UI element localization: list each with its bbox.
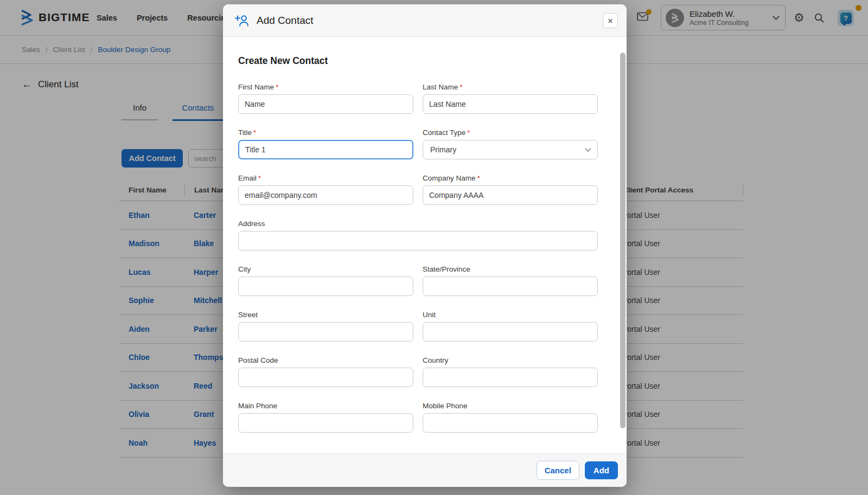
required-marker: * [276,83,278,91]
required-marker: * [459,83,462,91]
modal-header: Add Contact × [223,4,627,37]
field-unit: Unit [423,311,598,342]
mobile-phone-input[interactable] [423,413,598,433]
field-country: Country [423,356,598,387]
title-label: Title [238,128,252,137]
mobile-phone-label: Mobile Phone [423,402,468,410]
country-label: Country [423,356,448,364]
cancel-button[interactable]: Cancel [537,461,579,480]
required-marker: * [258,174,261,182]
field-address: Address [238,220,598,250]
field-street: Street [238,311,413,342]
modal-body: Create New Contact First Name* Last Name… [223,37,627,453]
postal-code-input[interactable] [238,368,413,387]
add-contact-modal: Add Contact × Create New Contact First N… [223,4,627,487]
field-contact-type: Contact Type* Primary [423,128,598,159]
required-marker: * [477,174,480,182]
address-input[interactable] [238,231,598,250]
required-marker: * [253,128,256,137]
email-label: Email [238,174,257,182]
first-name-label: First Name [238,83,274,91]
postal-code-label: Postal Code [238,356,278,364]
modal-title: Add Contact [257,15,314,27]
field-last-name: Last Name* [423,83,598,114]
close-icon[interactable]: × [603,13,618,28]
unit-input[interactable] [423,322,598,342]
city-input[interactable] [238,277,413,296]
unit-label: Unit [423,311,436,319]
company-name-label: Company Name [423,174,476,182]
field-first-name: First Name* [238,83,413,114]
app-window: BIGTIME Sales Projects Resourcing Elizab… [0,0,868,495]
country-input[interactable] [423,368,598,387]
field-postal-code: Postal Code [238,356,413,387]
state-label: State/Province [423,265,470,273]
title-input[interactable] [238,140,413,159]
main-phone-input[interactable] [238,413,413,433]
add-button[interactable]: Add [585,461,618,479]
state-input[interactable] [423,277,598,296]
field-main-phone: Main Phone [238,402,413,433]
chevron-down-icon [585,145,591,151]
main-phone-label: Main Phone [238,402,277,410]
address-label: Address [238,220,265,228]
last-name-label: Last Name [423,83,458,91]
contact-type-label: Contact Type [423,128,465,137]
email-input[interactable] [238,185,413,205]
person-add-icon [235,14,250,27]
field-state: State/Province [423,265,598,296]
required-marker: * [467,128,470,137]
modal-footer: Cancel Add [223,453,627,487]
company-name-input[interactable] [423,185,598,205]
contact-type-value: Primary [430,145,456,154]
form-heading: Create New Contact [238,55,598,67]
last-name-input[interactable] [423,94,598,114]
street-label: Street [238,311,258,319]
field-email: Email* [238,174,413,205]
contact-type-select[interactable]: Primary [423,140,598,159]
field-city: City [238,265,413,296]
street-input[interactable] [238,322,413,342]
field-company-name: Company Name* [423,174,598,205]
field-title: Title* [238,128,413,159]
city-label: City [238,265,251,273]
first-name-input[interactable] [238,94,413,114]
field-mobile-phone: Mobile Phone [423,402,598,433]
modal-scrollbar-thumb[interactable] [620,53,626,428]
